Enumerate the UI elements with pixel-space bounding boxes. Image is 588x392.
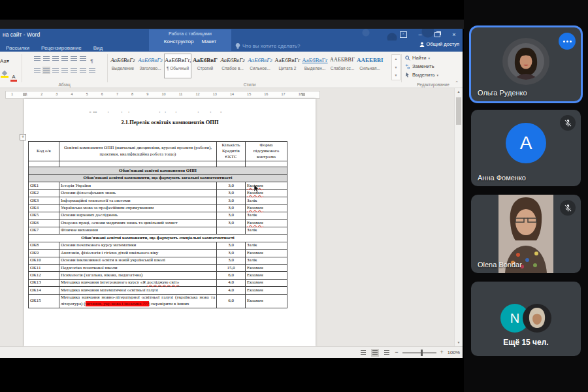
code-cell[interactable]: ОК9	[29, 250, 59, 257]
credits-cell[interactable]: 6,0	[217, 294, 246, 308]
name-cell[interactable]: Методика навчання мовно-літературної осв…	[59, 294, 217, 308]
credits-cell[interactable]: 15,0	[217, 265, 246, 272]
control-cell[interactable]: Екзамен	[246, 265, 287, 272]
print-layout-button[interactable]	[371, 349, 379, 357]
decrease-indent-icon[interactable]	[61, 55, 69, 62]
find-button[interactable]: Найти▾	[405, 54, 461, 62]
replace-button[interactable]: Заменить	[405, 62, 461, 71]
zoom-level[interactable]: 100%	[448, 350, 460, 355]
style-chip-1[interactable]: АаБбВвГгВыделение	[109, 54, 137, 78]
name-cell[interactable]: Анатомія, фізіологія і гігієна дітей шкі…	[59, 250, 217, 257]
name-cell[interactable]: Охорона праці, основи медичних знань та …	[59, 220, 217, 227]
table-header-cell[interactable]: Кількість Кредитів ЄКТС	[217, 142, 246, 161]
control-cell[interactable]: Екзамен	[246, 204, 287, 212]
credits-cell[interactable]: 3,0	[217, 242, 246, 249]
zoom-out-button[interactable]: −	[395, 350, 398, 355]
code-cell[interactable]: ОК4	[29, 204, 59, 212]
close-button[interactable]: ×	[446, 29, 463, 41]
participant-tile-1[interactable]: Ольга Руденко	[471, 27, 581, 101]
context-tab-2[interactable]: Макет	[201, 39, 216, 44]
empty-cell[interactable]	[246, 161, 287, 167]
bullets-icon[interactable]	[33, 55, 41, 62]
participant-tile-2[interactable]: ААнна Фоменко	[471, 110, 581, 186]
control-cell[interactable]: Залік	[246, 227, 287, 234]
justify-icon[interactable]	[61, 67, 69, 74]
control-cell[interactable]: Екзамен	[246, 220, 287, 227]
control-cell[interactable]: Залік	[246, 242, 287, 249]
section-cell[interactable]: Обов'язкові освітні компоненти, що форму…	[29, 174, 287, 182]
name-cell[interactable]: Педагогіка початкової школи	[59, 265, 217, 272]
align-center-icon[interactable]	[42, 67, 50, 74]
name-cell[interactable]: Інформаційні технології та системи	[59, 197, 217, 204]
change-case-button[interactable]: Аа▾	[0, 58, 9, 64]
share-button[interactable]: Общий доступ	[419, 41, 459, 47]
styles-scroll-up-icon[interactable]: ▲	[392, 55, 400, 63]
table-header-cell[interactable]: Код о/к	[29, 142, 59, 161]
credits-cell[interactable]: 3,0	[217, 257, 246, 264]
code-cell[interactable]: ОК6	[29, 220, 59, 227]
line-spacing-icon[interactable]	[70, 67, 78, 74]
style-chip-9[interactable]: ААББВВГСлабая сс...	[329, 54, 356, 78]
align-left-icon[interactable]	[33, 67, 41, 74]
control-cell[interactable]: Залік	[246, 257, 287, 264]
name-cell[interactable]: Методика навчання математичної освітньої…	[59, 287, 217, 294]
ribbon-display-options-button[interactable]: ⌃	[395, 29, 412, 41]
align-right-icon[interactable]	[52, 67, 59, 74]
collapse-ribbon-icon[interactable]: ⌃	[455, 80, 459, 86]
styles-scroll-down-icon[interactable]: ▼	[392, 63, 400, 72]
name-cell[interactable]: Основи початкового курсу математики	[59, 242, 217, 249]
control-cell[interactable]: Екзамен	[246, 182, 287, 189]
name-cell[interactable]: Основи наукових досліджень	[59, 212, 217, 219]
vertical-scrollbar[interactable]: ▲ ▼	[454, 88, 463, 346]
style-chip-6[interactable]: АаБбВвГгСильное...	[246, 54, 274, 78]
name-cell[interactable]: Основи філософських знань	[59, 189, 217, 197]
name-cell[interactable]: Фізичне виховання	[59, 227, 217, 234]
zoom-slider[interactable]	[402, 352, 436, 353]
select-button[interactable]: Выделить▾	[405, 71, 461, 79]
style-chip-10[interactable]: ААББВВІСильная...	[356, 54, 384, 78]
section-cell[interactable]: Обов'язкові освітні компоненти, що форму…	[29, 235, 287, 242]
show-paragraph-marks-icon[interactable]: ¶	[88, 57, 96, 65]
name-cell[interactable]: Українська мова за професійним спрямуван…	[59, 204, 217, 212]
style-chip-7[interactable]: АаБбВвГгЦитата 2	[274, 54, 301, 78]
control-cell[interactable]: Екзамен	[246, 279, 287, 286]
word-titlebar[interactable]: на сайт - Word Работа с таблицами Констр…	[0, 29, 463, 41]
code-cell[interactable]: ОК8	[29, 242, 59, 249]
style-chip-5[interactable]: АаБбВвГгСлабое в...	[219, 54, 246, 78]
code-cell[interactable]: ОК7	[29, 227, 59, 234]
code-cell[interactable]: ОК15	[29, 294, 59, 308]
tell-me-box[interactable]: Что вы хотите сделать?	[235, 43, 300, 50]
code-cell[interactable]: ОК11	[29, 265, 59, 272]
styles-more-icon[interactable]: ▼	[392, 71, 400, 80]
font-color-icon[interactable]: А	[10, 74, 18, 82]
control-cell[interactable]: Екзамен	[246, 272, 287, 279]
control-cell[interactable]: Залік	[246, 212, 287, 219]
participant-tile-4[interactable]: NЕщё 15 чел.	[471, 282, 581, 356]
control-cell[interactable]: Екзамен	[246, 287, 287, 294]
name-cell[interactable]: Психологія (загальна, вікова, педагогічн…	[59, 272, 217, 279]
credits-cell[interactable]: 3,0	[217, 189, 246, 197]
minimize-button[interactable]: –	[412, 29, 429, 41]
empty-cell[interactable]	[217, 161, 246, 167]
context-tab-1[interactable]: Конструктор	[164, 39, 194, 44]
ribbon-tab-2[interactable]: Рецензирование	[35, 45, 88, 51]
numbering-icon[interactable]	[42, 55, 50, 62]
restore-button[interactable]	[429, 29, 446, 41]
code-cell[interactable]: ОК1	[29, 182, 59, 189]
code-cell[interactable]: ОК12	[29, 272, 59, 279]
section-cell[interactable]: Обов'язкові освітні компоненти ОПП	[29, 167, 287, 174]
style-chip-4[interactable]: АаБбВвГСтрогий	[191, 54, 219, 78]
document-page[interactable]: 2.Перелік освітніх компонентів і логічна…	[24, 99, 316, 346]
opp-components-table[interactable]: Код о/кОсвітні компоненти ОПП (навчальні…	[28, 141, 287, 308]
code-cell[interactable]: ОК10	[29, 257, 59, 264]
style-chip-3[interactable]: АаБбВвГг,¶ Обычный	[164, 54, 191, 78]
empty-cell[interactable]	[29, 161, 59, 167]
zoom-slider-thumb[interactable]	[421, 350, 423, 356]
credits-cell[interactable]: 3,0	[217, 250, 246, 257]
name-cell[interactable]: Основи інклюзивної освіти в новій україн…	[59, 257, 217, 264]
style-chip-8[interactable]: АаБбВвГгВыделен...	[301, 54, 329, 78]
scrollbar-thumb[interactable]	[456, 97, 461, 125]
name-cell[interactable]: Методика навчання інтегрованого курсу «Я…	[59, 279, 217, 286]
zoom-in-button[interactable]: +	[440, 350, 444, 355]
empty-cell[interactable]	[59, 161, 217, 167]
